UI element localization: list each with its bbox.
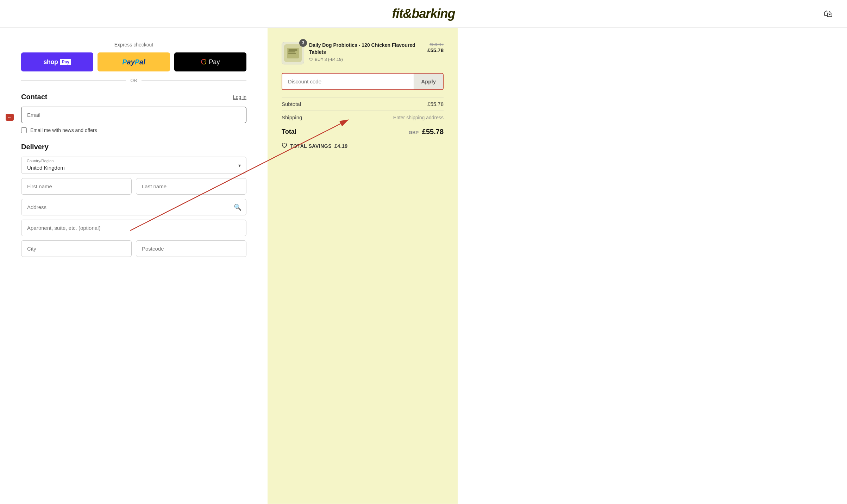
subtotal-label: Subtotal (282, 101, 301, 107)
subtotal-value: £55.78 (427, 101, 444, 107)
total-value: GBP £55.78 (409, 128, 444, 136)
total-currency: GBP (409, 130, 419, 135)
shipping-value: Enter shipping address (393, 115, 444, 120)
total-row: Total GBP £55.78 (282, 124, 444, 139)
email-icon: ··· (6, 114, 14, 121)
discount-row: Apply (282, 73, 444, 90)
gpay-button[interactable]: G Pay (174, 52, 246, 71)
savings-label: TOTAL SAVINGS (290, 143, 332, 149)
svg-rect-3 (288, 51, 295, 52)
email-news-label: Email me with news and offers (30, 127, 97, 133)
delivery-section: Delivery Country/Region United Kingdom ▾… (21, 143, 246, 257)
left-panel: Express checkout shop Pay PayPal G Pay O… (0, 28, 268, 504)
country-select[interactable]: United Kingdom (21, 157, 246, 174)
main-layout: Express checkout shop Pay PayPal G Pay O… (0, 28, 847, 504)
email-news-checkbox[interactable] (21, 127, 27, 133)
cart-icon[interactable]: 🛍 (824, 8, 833, 19)
express-buttons: shop Pay PayPal G Pay (21, 52, 246, 71)
shield-icon: 🛡 (309, 57, 313, 62)
total-label: Total (282, 128, 296, 136)
product-row: 3 Daily Dog Probiotics - 120 Chicken Fla… (282, 42, 444, 64)
or-divider: OR (21, 78, 246, 83)
shipping-row: Shipping Enter shipping address (282, 111, 444, 124)
product-badge: 3 (299, 39, 307, 47)
city-postcode-row (21, 240, 246, 257)
last-name-input[interactable] (136, 178, 246, 195)
or-text: OR (130, 78, 137, 83)
address-input[interactable] (21, 199, 246, 215)
first-name-input[interactable] (21, 178, 132, 195)
shop-pay-badge: Pay (60, 59, 71, 65)
log-in-link[interactable]: Log in (233, 94, 246, 100)
contact-title: Contact (21, 93, 47, 101)
svg-rect-4 (288, 53, 296, 54)
gpay-text: Pay (209, 58, 220, 66)
product-info: Daily Dog Probiotics - 120 Chicken Flavo… (309, 42, 422, 62)
savings-icon: 🛡 (282, 143, 288, 149)
contact-section-header: Contact Log in (21, 93, 246, 101)
savings-row: 🛡 TOTAL SAVINGS £4.19 (282, 139, 444, 153)
logo: fit&barking (392, 6, 455, 21)
price-new: £55.78 (427, 47, 444, 53)
right-panel: 3 Daily Dog Probiotics - 120 Chicken Fla… (268, 28, 458, 504)
country-label: Country/Region (27, 159, 54, 163)
shop-pay-label: shop (43, 58, 58, 66)
delivery-title: Delivery (21, 143, 49, 151)
product-tag-text: BUY 3 (-£4.19) (315, 57, 343, 62)
email-field-container: ··· (21, 107, 246, 127)
postcode-input[interactable] (136, 240, 246, 257)
country-select-wrapper: Country/Region United Kingdom ▾ (21, 157, 246, 174)
address-wrapper: 🔍 (21, 199, 246, 215)
city-input[interactable] (21, 240, 132, 257)
apt-input[interactable] (21, 220, 246, 236)
shop-pay-button[interactable]: shop Pay (21, 52, 93, 71)
paypal-button[interactable]: PayPal (98, 52, 170, 71)
header: fit&barking 🛍 (0, 0, 847, 28)
savings-value: £4.19 (334, 143, 348, 149)
shipping-label: Shipping (282, 114, 302, 120)
search-icon: 🔍 (234, 203, 241, 211)
g-logo: G (201, 57, 207, 67)
price-old: £59.97 (427, 42, 444, 47)
product-prices: £59.97 £55.78 (427, 42, 444, 53)
delivery-section-header: Delivery (21, 143, 246, 151)
apply-button[interactable]: Apply (414, 74, 443, 89)
email-input[interactable] (21, 107, 246, 123)
discount-code-input[interactable] (282, 74, 414, 89)
paypal-label: PayPal (122, 58, 145, 66)
name-row (21, 178, 246, 195)
email-news-row: Email me with news and offers (21, 127, 246, 133)
total-amount: £55.78 (422, 128, 444, 136)
product-tag: 🛡 BUY 3 (-£4.19) (309, 57, 422, 62)
product-image-wrapper: 3 (282, 42, 304, 64)
product-name: Daily Dog Probiotics - 120 Chicken Flavo… (309, 42, 422, 56)
svg-rect-2 (288, 49, 297, 51)
express-checkout-label: Express checkout (21, 42, 246, 48)
subtotal-row: Subtotal £55.78 (282, 97, 444, 111)
